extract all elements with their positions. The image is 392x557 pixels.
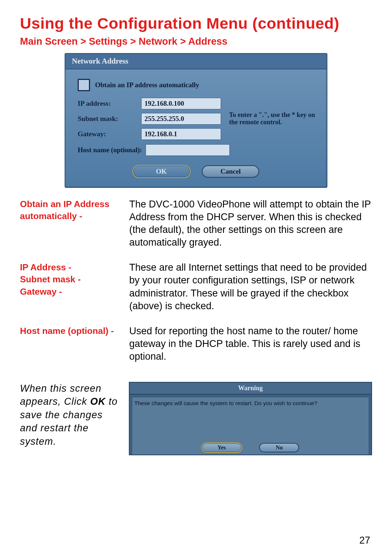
yes-button[interactable]: Yes bbox=[202, 443, 242, 452]
term-obtain-ip: Obtain an IP Address automatically - bbox=[20, 198, 129, 249]
dialog-header: Network Address bbox=[65, 54, 327, 69]
cancel-button[interactable]: Cancel bbox=[202, 165, 259, 178]
breadcrumb: Main Screen > Settings > Network > Addre… bbox=[20, 36, 372, 47]
text-ip-settings: These are all Internet settings that nee… bbox=[129, 261, 372, 312]
hint-text: To enter a ".", use the * key on the rem… bbox=[221, 112, 317, 126]
network-address-dialog: Network Address Obtain an IP address aut… bbox=[65, 53, 327, 188]
warning-message: These changes will cause the system to r… bbox=[134, 400, 368, 407]
page-title: Using the Configuration Menu (continued) bbox=[20, 15, 372, 32]
ip-address-input[interactable]: 192.168.0.100 bbox=[141, 98, 221, 109]
page-number: 27 bbox=[359, 535, 370, 546]
ip-address-label: IP address: bbox=[78, 100, 141, 108]
gateway-input[interactable]: 192.168.0.1 bbox=[141, 128, 221, 140]
subnet-mask-input[interactable]: 255.255.255.0 bbox=[141, 113, 221, 125]
warning-caption: When this screen appears, Click OK to sa… bbox=[20, 382, 122, 455]
host-name-label: Host name (optional): bbox=[78, 146, 142, 154]
gateway-label: Gateway: bbox=[78, 130, 141, 138]
term-ip-settings: IP Address - Subnet mask - Gateway - bbox=[20, 261, 129, 312]
warning-title: Warning bbox=[130, 383, 371, 395]
no-button[interactable]: No bbox=[259, 443, 299, 452]
ok-button[interactable]: OK bbox=[133, 165, 190, 178]
warning-dialog: Warning These changes will cause the sys… bbox=[129, 382, 372, 455]
obtain-ip-checkbox[interactable] bbox=[78, 79, 90, 91]
subnet-mask-label: Subnet mask: bbox=[78, 115, 141, 123]
term-host-name: Host name (optional) - bbox=[20, 325, 129, 363]
text-host-name: Used for reporting the host name to the … bbox=[129, 325, 372, 363]
text-obtain-ip: The DVC-1000 VideoPhone will attempt to … bbox=[129, 198, 372, 249]
host-name-input[interactable] bbox=[146, 144, 230, 156]
obtain-ip-label: Obtain an IP address automatically bbox=[95, 81, 199, 89]
